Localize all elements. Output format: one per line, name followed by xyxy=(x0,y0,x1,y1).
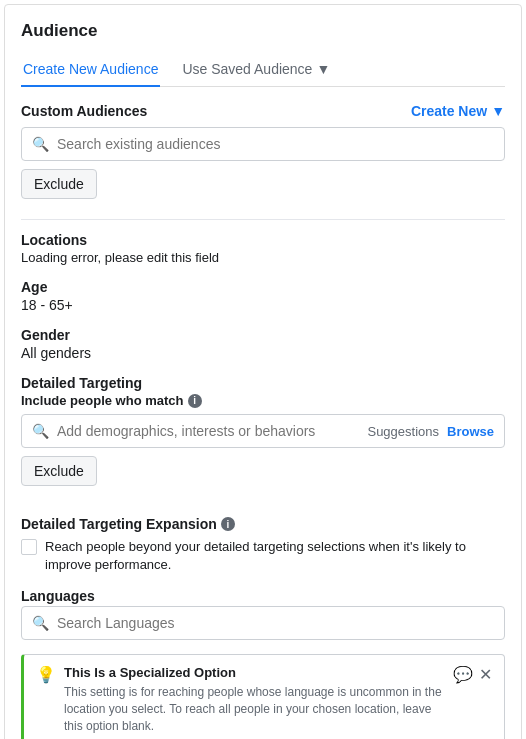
info-box-content: This Is a Specialized Option This settin… xyxy=(64,665,445,734)
specialized-option-info-box: 💡 This Is a Specialized Option This sett… xyxy=(21,654,505,739)
detailed-targeting-sublabel-row: Include people who match i xyxy=(21,393,505,408)
include-people-label: Include people who match xyxy=(21,393,184,408)
audiences-search-input[interactable] xyxy=(57,136,494,152)
expansion-label-row: Detailed Targeting Expansion i xyxy=(21,516,505,532)
custom-audiences-header: Custom Audiences Create New ▼ xyxy=(21,103,505,119)
detailed-targeting-section: Detailed Targeting Include people who ma… xyxy=(21,375,505,502)
browse-button[interactable]: Browse xyxy=(447,424,494,439)
tab-create-new[interactable]: Create New Audience xyxy=(21,53,160,87)
expansion-checkbox[interactable] xyxy=(21,539,37,555)
gender-section: Gender All genders xyxy=(21,327,505,361)
info-box-actions: 💬 ✕ xyxy=(453,665,492,684)
expansion-description: Reach people beyond your detailed target… xyxy=(45,538,505,574)
audiences-search-box[interactable]: 🔍 xyxy=(21,127,505,161)
gender-value: All genders xyxy=(21,345,505,361)
locations-label: Locations xyxy=(21,232,505,248)
age-value: 18 - 65+ xyxy=(21,297,505,313)
languages-section: Languages 🔍 xyxy=(21,588,505,640)
info-box-title: This Is a Specialized Option xyxy=(64,665,445,680)
page-title: Audience xyxy=(21,21,505,41)
tab-use-saved[interactable]: Use Saved Audience ▼ xyxy=(180,53,332,87)
tab-bar: Create New Audience Use Saved Audience ▼ xyxy=(21,53,505,87)
suggestions-button[interactable]: Suggestions xyxy=(367,424,439,439)
chat-icon: 💬 xyxy=(453,666,473,683)
create-new-dropdown-icon: ▼ xyxy=(491,103,505,119)
targeting-expansion-section: Detailed Targeting Expansion i Reach peo… xyxy=(21,516,505,574)
detailed-targeting-info-icon[interactable]: i xyxy=(188,394,202,408)
languages-search-input[interactable] xyxy=(57,615,494,631)
info-box-chat-button[interactable]: 💬 xyxy=(453,665,473,684)
detailed-targeting-search-box[interactable]: 🔍 Suggestions Browse xyxy=(21,414,505,448)
audience-panel: Audience Create New Audience Use Saved A… xyxy=(4,4,522,739)
exclude-audiences-button[interactable]: Exclude xyxy=(21,169,97,199)
lightbulb-icon: 💡 xyxy=(36,665,56,684)
expansion-label: Detailed Targeting Expansion xyxy=(21,516,217,532)
gender-label: Gender xyxy=(21,327,505,343)
locations-error: Loading error, please edit this field xyxy=(21,250,505,265)
info-box-close-button[interactable]: ✕ xyxy=(479,665,492,684)
close-icon: ✕ xyxy=(479,666,492,683)
exclude-targeting-button[interactable]: Exclude xyxy=(21,456,97,486)
age-section: Age 18 - 65+ xyxy=(21,279,505,313)
create-new-button[interactable]: Create New ▼ xyxy=(411,103,505,119)
languages-search-box[interactable]: 🔍 xyxy=(21,606,505,640)
search-icon: 🔍 xyxy=(32,136,49,152)
targeting-search-icon: 🔍 xyxy=(32,423,49,439)
search-actions: Suggestions Browse xyxy=(367,424,494,439)
custom-audiences-label: Custom Audiences xyxy=(21,103,147,119)
detailed-targeting-label: Detailed Targeting xyxy=(21,375,505,391)
age-label: Age xyxy=(21,279,505,295)
languages-search-icon: 🔍 xyxy=(32,615,49,631)
expansion-info-icon[interactable]: i xyxy=(221,517,235,531)
expansion-checkbox-row: Reach people beyond your detailed target… xyxy=(21,538,505,574)
divider-1 xyxy=(21,219,505,220)
languages-label: Languages xyxy=(21,588,505,604)
detailed-targeting-input[interactable] xyxy=(57,423,359,439)
dropdown-arrow-icon: ▼ xyxy=(316,61,330,77)
info-box-text: This setting is for reaching people whos… xyxy=(64,684,445,734)
locations-section: Locations Loading error, please edit thi… xyxy=(21,232,505,265)
